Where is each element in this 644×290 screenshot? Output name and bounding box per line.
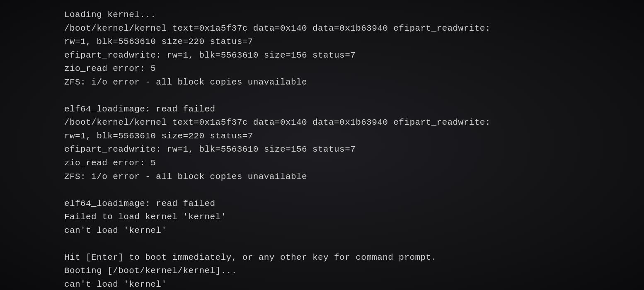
terminal-output: Loading kernel... /boot/kernel/kernel te…: [64, 8, 491, 290]
terminal-screen: Loading kernel... /boot/kernel/kernel te…: [0, 0, 644, 290]
